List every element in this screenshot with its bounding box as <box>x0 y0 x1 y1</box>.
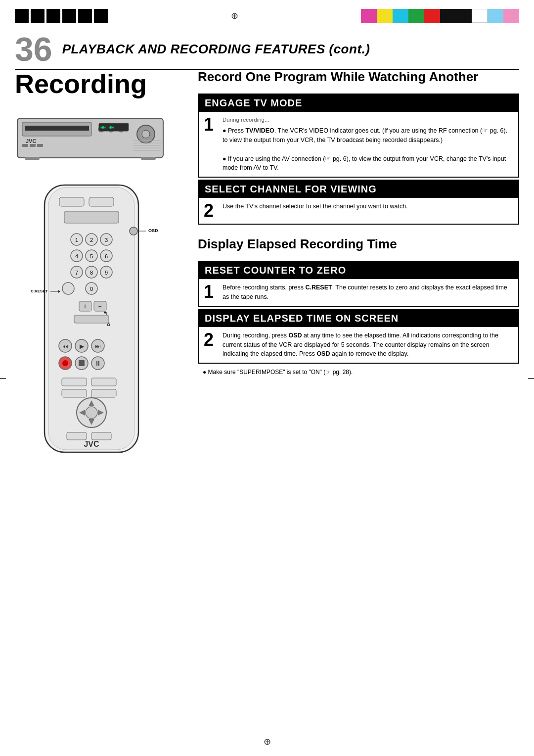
color-chip-black2 <box>456 9 472 23</box>
step1-header: ENGAGE TV MODE <box>199 94 518 112</box>
color-chip-cyan <box>393 9 408 23</box>
svg-text:5: 5 <box>90 253 93 259</box>
step1-sub-label: During recording... <box>222 116 513 124</box>
svg-rect-71 <box>62 378 87 386</box>
step4-header: DISPLAY ELAPSED TIME ON SCREEN <box>199 310 518 327</box>
step2-header-text: SELECT CHANNEL FOR VIEWING <box>205 184 377 195</box>
step1-box: ENGAGE TV MODE 1 During recording... ● P… <box>198 94 519 178</box>
svg-point-76 <box>86 407 97 419</box>
svg-text:4: 4 <box>75 253 78 259</box>
remote-control-image: OSD 1 2 3 4 <box>30 183 168 470</box>
black-sq-3 <box>46 9 60 23</box>
svg-rect-28 <box>64 211 119 223</box>
step3-content: Before recording starts, press C.RESET. … <box>222 283 513 302</box>
bottom-note-text: ● Make sure "SUPERIMPOSE" is set to "ON"… <box>203 369 353 376</box>
remote-svg: OSD 1 2 3 4 <box>30 183 158 470</box>
svg-text:OSD: OSD <box>148 228 158 233</box>
step4-number: 2 <box>204 331 218 349</box>
svg-rect-81 <box>67 432 87 440</box>
step3-box: RESET COUNTER TO ZERO 1 Before recording… <box>198 261 519 307</box>
step1-number: 1 <box>204 116 218 134</box>
main-content: Recording 00:00 <box>15 69 519 731</box>
page-wrapper: ⊕ 36 PLAYBACK AND RECORDING FEATURES (co… <box>0 0 534 756</box>
svg-text:9: 9 <box>105 270 108 276</box>
bottom-reg-mark: ⊕ <box>264 736 271 747</box>
step1-content: During recording... ● Press TV/VIDEO. Th… <box>222 116 513 173</box>
color-chip-black1 <box>440 9 456 23</box>
section-divider <box>198 227 519 236</box>
step1-bullet2: ● If you are using the AV connection (☞ … <box>222 154 513 173</box>
step3-number: 1 <box>204 283 218 301</box>
svg-text:C.RESET: C.RESET <box>31 289 48 293</box>
svg-rect-15 <box>37 144 43 147</box>
svg-text:3: 3 <box>105 237 108 243</box>
step3-row: 1 Before recording starts, press C.RESET… <box>199 279 518 306</box>
top-bar: ⊕ <box>0 9 534 23</box>
reg-mark-right <box>528 378 534 379</box>
vcr-svg: 00:00 JVC <box>15 108 168 165</box>
svg-rect-24 <box>89 197 114 206</box>
vcr-device-image: 00:00 JVC <box>15 108 168 168</box>
svg-rect-2 <box>25 126 89 131</box>
black-sq-5 <box>78 9 92 23</box>
page-header: 36 PLAYBACK AND RECORDING FEATURES (cont… <box>15 32 519 70</box>
center-registration-dot: ⊕ <box>231 10 238 21</box>
page-title: PLAYBACK AND RECORDING FEATURES (cont.) <box>62 42 370 57</box>
color-bar <box>361 9 519 23</box>
svg-point-52 <box>62 283 74 294</box>
section1-heading: Record One Program While Watching Anothe… <box>198 69 519 85</box>
svg-text:⏮: ⏮ <box>62 343 68 350</box>
svg-rect-11 <box>141 157 156 160</box>
svg-point-66 <box>62 360 68 366</box>
svg-rect-74 <box>91 389 116 397</box>
svg-text:6: 6 <box>105 253 108 259</box>
page-number: 36 <box>15 32 52 66</box>
reg-mark-left <box>0 378 6 379</box>
step2-box: SELECT CHANNEL FOR VIEWING 2 Use the TV'… <box>198 180 519 225</box>
black-squares-left <box>15 9 108 23</box>
svg-text:2: 2 <box>90 237 93 243</box>
black-sq-1 <box>15 9 29 23</box>
svg-point-27 <box>130 227 137 235</box>
color-chip-green <box>408 9 424 23</box>
svg-point-9 <box>142 130 150 138</box>
svg-rect-58 <box>74 315 109 323</box>
black-sq-4 <box>62 9 76 23</box>
step3-header: RESET COUNTER TO ZERO <box>199 262 518 279</box>
color-chip-pink <box>503 9 519 23</box>
svg-text:00:00: 00:00 <box>100 125 114 130</box>
svg-rect-73 <box>62 389 87 397</box>
step4-row: 2 During recording, press OSD at any tim… <box>199 327 518 363</box>
step4-box: DISPLAY ELAPSED TIME ON SCREEN 2 During … <box>198 309 519 364</box>
left-column: Recording 00:00 <box>15 69 183 731</box>
svg-text:▶: ▶ <box>80 343 85 350</box>
svg-rect-82 <box>91 432 111 440</box>
bottom-note: ● Make sure "SUPERIMPOSE" is set to "ON"… <box>198 366 519 378</box>
color-chip-red <box>424 9 440 23</box>
step2-header: SELECT CHANNEL FOR VIEWING <box>199 181 518 198</box>
step1-header-text: ENGAGE TV MODE <box>205 97 302 109</box>
svg-text:7: 7 <box>75 270 78 276</box>
svg-rect-68 <box>79 360 85 366</box>
svg-text:1: 1 <box>75 237 78 243</box>
svg-rect-10 <box>25 157 40 160</box>
right-column: Record One Program While Watching Anothe… <box>198 69 519 731</box>
step4-header-text: DISPLAY ELAPSED TIME ON SCREEN <box>205 313 399 324</box>
svg-text:JVC: JVC <box>84 440 99 448</box>
step2-content: Use the TV's channel selector to set the… <box>222 202 513 211</box>
svg-text:8: 8 <box>90 270 93 276</box>
color-chip-white <box>472 9 488 23</box>
svg-text:JVC: JVC <box>26 138 36 144</box>
step3-header-text: RESET COUNTER TO ZERO <box>205 265 346 276</box>
svg-rect-23 <box>59 197 84 206</box>
svg-text:−: − <box>98 303 101 310</box>
svg-rect-72 <box>91 378 116 386</box>
svg-text:⏸: ⏸ <box>94 359 101 367</box>
step4-content: During recording, press OSD at any time … <box>222 331 513 359</box>
black-sq-2 <box>31 9 44 23</box>
color-chip-magenta <box>361 9 377 23</box>
svg-rect-13 <box>22 144 28 147</box>
svg-text:⏭: ⏭ <box>95 343 101 350</box>
svg-text:+: + <box>83 303 87 310</box>
step1-bullet1: ● Press TV/VIDEO. The VCR's VIDEO indica… <box>222 126 513 145</box>
